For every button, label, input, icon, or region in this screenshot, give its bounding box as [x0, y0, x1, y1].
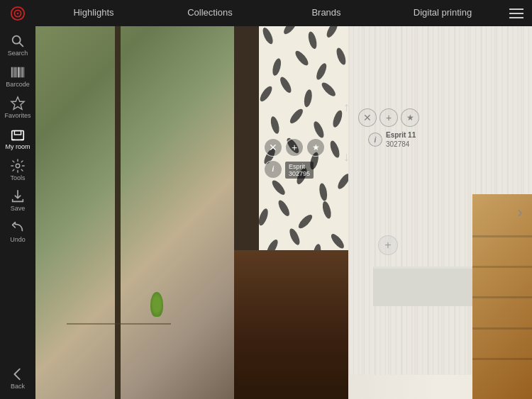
sidebar-item-undo[interactable]: Undo [0, 215, 35, 247]
star-icon [10, 96, 26, 111]
sidebar-item-tools[interactable]: Tools [0, 154, 35, 185]
hotspot-add-button[interactable]: + [285, 138, 304, 157]
sidebar-save-label: Save [11, 206, 26, 213]
app-logo [0, 0, 35, 26]
room-view-content: ↑ ↓ ✕ + ★ i Esprit 302795 ✕ + ★ [35, 26, 532, 399]
svg-point-18 [16, 164, 20, 168]
sidebar-item-favorites[interactable]: Favorites [0, 91, 35, 123]
view-transition-arrows: ↑ ↓ [343, 101, 350, 163]
myroom-icon [10, 127, 26, 142]
svg-rect-115 [348, 26, 350, 375]
sidebar-favorites-label: Favorites [4, 113, 31, 120]
top-navigation: Highlights Collections Brands Digital pr… [0, 0, 532, 26]
info-icon-right[interactable]: i [368, 133, 382, 147]
svg-rect-117 [375, 26, 376, 375]
svg-rect-116 [362, 26, 363, 375]
sidebar-bottom: Back [0, 362, 35, 393]
vase-decoration [150, 292, 163, 317]
hotspot-right-buttons: ✕ + ★ [358, 108, 419, 127]
hotspot-left-buttons: ✕ + ★ [264, 138, 325, 157]
hotspot-left-info-row: i Esprit 302795 [264, 160, 325, 179]
svg-rect-118 [388, 26, 389, 375]
sidebar-search-label: Search [8, 50, 28, 57]
nav-highlights[interactable]: Highlights [35, 0, 152, 26]
main-area: Search Barcode Favorites [0, 26, 532, 399]
scroll-right-icon: › [517, 203, 522, 222]
svg-rect-5 [11, 67, 13, 78]
sidebar-undo-label: Undo [10, 237, 26, 244]
hamburger-icon [509, 9, 523, 18]
hotspot-lower-plus: + [378, 235, 398, 255]
svg-rect-10 [21, 67, 21, 78]
sidebar-item-back[interactable]: Back [0, 362, 35, 393]
hotspot-star-button[interactable]: ★ [306, 138, 325, 157]
svg-rect-8 [16, 67, 17, 78]
svg-rect-120 [415, 26, 416, 375]
svg-point-2 [17, 12, 19, 14]
stair-step-4 [472, 327, 532, 330]
arrow-down-icon: ↓ [343, 150, 350, 163]
info-row-right: i Esprit 11 302784 [368, 130, 416, 149]
hotspot-left-wallpaper: ✕ + ★ i Esprit 302795 [264, 138, 325, 179]
sidebar-barcode-label: Barcode [6, 82, 30, 89]
wallpaper-code-right: 302784 [386, 140, 416, 149]
svg-line-4 [19, 43, 23, 46]
svg-marker-13 [11, 97, 24, 109]
svg-rect-6 [13, 67, 14, 78]
sidebar-item-save[interactable]: Save [0, 184, 35, 215]
stair-step-2 [472, 266, 532, 268]
hotspot-remove-button[interactable]: ✕ [264, 138, 282, 157]
sidebar-item-myroom[interactable]: My room [0, 123, 35, 154]
hotspot-lower-add-button[interactable]: + [378, 235, 398, 255]
nav-items: Highlights Collections Brands Digital pr… [35, 0, 501, 26]
svg-rect-122 [441, 26, 443, 375]
back-icon [10, 366, 26, 382]
hotspot-right-add-button[interactable]: + [379, 108, 398, 127]
logo-icon [10, 6, 26, 21]
scroll-right-button[interactable]: › [511, 198, 528, 227]
search-icon [10, 33, 26, 49]
hotspot-info-button[interactable]: i [264, 160, 282, 179]
sidebar-item-search[interactable]: Search [0, 29, 35, 60]
svg-rect-14 [12, 130, 24, 140]
svg-rect-119 [401, 26, 403, 375]
info-text-right: Esprit 11 302784 [386, 130, 416, 149]
svg-rect-121 [428, 26, 429, 375]
hotspot-right-wallpaper: ✕ + ★ [358, 108, 419, 127]
svg-rect-124 [467, 26, 469, 375]
floor [234, 250, 348, 399]
hotspot-left-label: Esprit 302795 [285, 162, 314, 179]
hamburger-menu-button[interactable] [501, 0, 532, 26]
nav-digital-printing[interactable]: Digital printing [384, 0, 501, 26]
sidebar-item-barcode[interactable]: Barcode [0, 60, 35, 91]
sidebar-myroom-label: My room [5, 144, 30, 151]
hotspot-right-star-button[interactable]: ★ [401, 108, 419, 127]
kitchen-counter-front [373, 269, 472, 306]
info-label-right-wallpaper: i Esprit 11 302784 [368, 130, 416, 149]
svg-rect-12 [23, 67, 24, 78]
table-decoration [67, 323, 171, 325]
save-icon [10, 189, 26, 204]
svg-rect-11 [22, 67, 23, 78]
wallpaper-name-right: Esprit 11 [386, 130, 416, 140]
room-left-outdoor [35, 26, 244, 399]
sidebar-tools-label: Tools [10, 175, 25, 182]
hotspot-left-name: Esprit [289, 163, 305, 170]
barcode-icon [10, 64, 26, 80]
stair-step-3 [472, 296, 532, 298]
svg-rect-7 [14, 67, 16, 78]
stair-step-5 [472, 358, 532, 360]
hotspot-left-code: 302795 [289, 170, 310, 177]
tools-icon [10, 158, 26, 174]
arrow-up-icon: ↑ [343, 101, 350, 113]
svg-rect-9 [18, 67, 20, 78]
sidebar: Search Barcode Favorites [0, 26, 35, 399]
undo-icon [10, 220, 26, 235]
sidebar-back-label: Back [11, 383, 25, 390]
hotspot-right-remove-button[interactable]: ✕ [358, 108, 377, 127]
nav-brands[interactable]: Brands [268, 0, 384, 26]
nav-collections[interactable]: Collections [152, 0, 268, 26]
svg-rect-123 [455, 26, 456, 375]
stair-step-1 [472, 235, 532, 237]
